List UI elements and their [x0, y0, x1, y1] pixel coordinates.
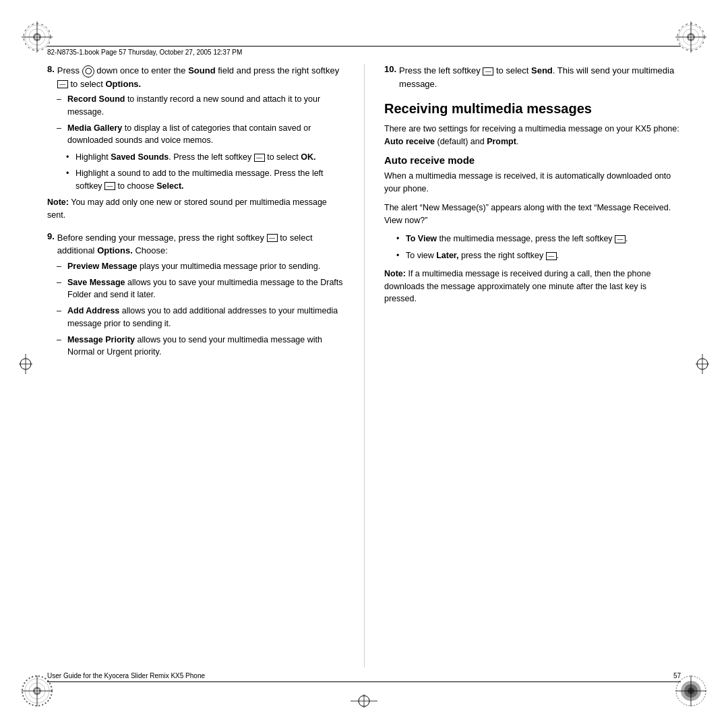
step-10-number: 10. [384, 64, 396, 74]
navkey-icon-8: ◯ [82, 65, 94, 78]
step-10-block: 10. Press the left softkey — to select S… [384, 64, 681, 90]
subsection-heading: Auto receive mode [384, 154, 681, 166]
softkey-icon-select: — [104, 182, 115, 190]
right-crosshair [696, 351, 709, 377]
auto-receive-body1: When a multimedia message is received, i… [384, 170, 681, 196]
left-column: 8. Press ◯ down once to enter the Sound … [47, 64, 354, 667]
footer-bar: User Guide for the Kyocera Slider Remix … [47, 672, 681, 682]
auto-receive-body2: The alert “New Message(s)” appears along… [384, 202, 681, 228]
step-8-text: Press ◯ down once to enter the Sound fie… [57, 64, 344, 90]
auto-receive-note: Note: If a multimedia message is receive… [384, 268, 681, 305]
column-divider [364, 64, 365, 667]
step-8-bullets: • Highlight Saved Sounds. Press the left… [66, 151, 344, 192]
footer-left-text: User Guide for the Kyocera Slider Remix … [47, 672, 205, 679]
footer-page-number: 57 [673, 672, 681, 679]
step-8-number: 8. [47, 64, 55, 74]
softkey-icon-8a: — [57, 80, 68, 88]
left-crosshair [19, 351, 32, 377]
step-9-header: 9. Before sending your message, press th… [47, 231, 344, 257]
step-9-block: 9. Before sending your message, press th… [47, 231, 344, 359]
dash-item-preview: – Preview Message plays your multimedia … [57, 260, 344, 273]
softkey-icon-9: — [267, 234, 278, 242]
dash-item-message-priority: – Message Priority allows you to send yo… [57, 334, 344, 359]
step-9-dash-list: – Preview Message plays your multimedia … [57, 260, 344, 359]
dash-item-save-message: – Save Message allows you to save your m… [57, 276, 344, 302]
softkey-icon-10: — [483, 67, 493, 75]
step-10-text: Press the left softkey — to select Send.… [399, 64, 681, 90]
bullet-saved-sounds: • Highlight Saved Sounds. Press the left… [66, 151, 344, 164]
softkey-icon-view: — [615, 235, 626, 243]
step-8-note: Note: You may add only one new or stored… [47, 196, 344, 222]
header-bar: 82-N8735-1.book Page 57 Thursday, Octobe… [47, 46, 681, 56]
dash-item-add-address: – Add Address allows you to add addition… [57, 305, 344, 330]
softkey-icon-saved: — [254, 154, 265, 162]
bullet-to-later: • To view Later, press the right softkey… [396, 249, 681, 262]
section-heading: Receiving multimedia messages [384, 100, 681, 117]
right-column: 10. Press the left softkey — to select S… [374, 64, 681, 667]
step-9-text: Before sending your message, press the r… [57, 231, 344, 257]
section-intro: There are two settings for receiving a m… [384, 123, 681, 149]
auto-receive-bullets: • To View the multimedia message, press … [396, 233, 681, 262]
step-8-header: 8. Press ◯ down once to enter the Sound … [47, 64, 344, 90]
dash-item-record-sound: – Record Sound to instantly record a new… [57, 93, 344, 119]
header-text: 82-N8735-1.book Page 57 Thursday, Octobe… [47, 49, 242, 56]
softkey-icon-later: — [546, 252, 557, 260]
receiving-section: Receiving multimedia messages There are … [384, 100, 681, 305]
step-9-number: 9. [47, 231, 55, 241]
bullet-highlight-sound: • Highlight a sound to add to the multim… [66, 167, 344, 193]
step-10-header: 10. Press the left softkey — to select S… [384, 64, 681, 90]
bullet-to-view: • To View the multimedia message, press … [396, 233, 681, 245]
step-8-dash-list: – Record Sound to instantly record a new… [57, 93, 344, 147]
step-8-block: 8. Press ◯ down once to enter the Sound … [47, 64, 344, 222]
bottom-center-crosshair [351, 694, 377, 708]
dash-item-media-gallery: – Media Gallery to display a list of cat… [57, 122, 344, 148]
